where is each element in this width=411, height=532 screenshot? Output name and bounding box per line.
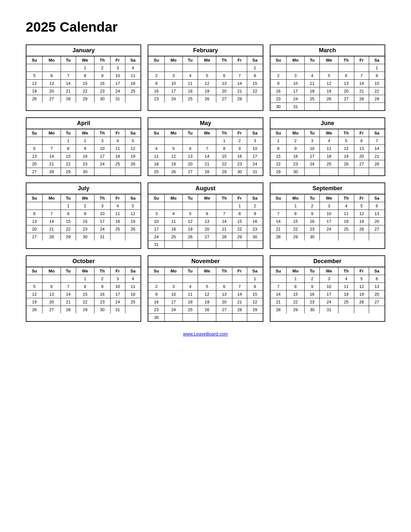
calendar-day: 24	[94, 225, 110, 233]
day-header-tu: Tu	[61, 267, 76, 275]
table-row: 24252627282930	[148, 233, 262, 241]
calendar-day: 28	[270, 233, 287, 241]
day-header-sa: Sa	[247, 194, 262, 202]
calendar-day: 5	[26, 72, 43, 80]
month-table-january: SuMoTuWeThFrSa12345678910111213141516171…	[26, 56, 141, 103]
table-row: 12131415161718	[26, 80, 141, 87]
calendar-day: 17	[148, 225, 164, 233]
calendar-day	[320, 103, 338, 111]
calendar-day	[247, 95, 262, 103]
calendar-day: 2	[76, 137, 94, 145]
calendar-day: 25	[110, 160, 125, 168]
calendar-day	[198, 137, 216, 145]
day-header-mo: Mo	[43, 267, 61, 275]
day-header-we: We	[76, 129, 94, 137]
day-header-fr: Fr	[110, 129, 125, 137]
calendar-day: 30	[270, 103, 287, 111]
calendar-day: 19	[26, 298, 43, 306]
table-row: 16171819202122	[148, 298, 262, 306]
table-row: 27282930	[26, 168, 141, 176]
calendar-day: 7	[369, 137, 385, 145]
calendar-day	[26, 202, 43, 210]
calendar-day	[232, 64, 247, 72]
calendar-day: 7	[43, 210, 61, 218]
day-header-tu: Tu	[61, 194, 76, 202]
calendar-day	[43, 275, 61, 283]
calendar-day	[110, 233, 125, 241]
calendar-day	[305, 64, 320, 72]
day-header-th: Th	[338, 267, 354, 275]
calendar-day: 13	[338, 80, 354, 87]
month-january: JanuarySuMoTuWeThFrSa1234567891011121314…	[26, 44, 141, 111]
calendar-day	[369, 168, 385, 176]
day-header-we: We	[198, 194, 216, 202]
day-header-sa: Sa	[369, 56, 385, 64]
table-row: 891011121314	[270, 145, 385, 153]
calendar-day: 29	[76, 95, 94, 103]
calendar-day: 26	[182, 233, 198, 241]
calendar-day	[216, 64, 232, 72]
footer-link[interactable]: www.LeaveBoard.com	[26, 331, 385, 337]
calendar-day: 22	[61, 225, 76, 233]
calendar-day	[320, 168, 338, 176]
calendar-day: 19	[354, 291, 369, 298]
calendar-day: 17	[164, 298, 182, 306]
day-header-tu: Tu	[182, 129, 198, 137]
day-header-mo: Mo	[164, 267, 182, 275]
table-row: 23242526272829	[270, 95, 385, 103]
calendar-day: 18	[182, 298, 198, 306]
calendar-day: 4	[338, 275, 354, 283]
month-table-november: SuMoTuWeThFrSa12345678910111213141516171…	[148, 267, 262, 321]
calendar-day: 23	[148, 306, 164, 314]
calendar-day: 6	[338, 72, 354, 80]
calendar-day: 18	[182, 87, 198, 95]
day-header-su: Su	[26, 194, 43, 202]
calendar-day: 30	[305, 306, 320, 314]
calendar-day: 19	[198, 87, 216, 95]
calendar-day: 27	[26, 168, 43, 176]
day-header-sa: Sa	[247, 267, 262, 275]
calendar-day: 5	[338, 137, 354, 145]
calendar-day: 10	[110, 283, 125, 291]
month-table-april: SuMoTuWeThFrSa12345678910111213141516171…	[26, 129, 141, 175]
calendar-day: 23	[76, 225, 94, 233]
calendar-day: 14	[61, 291, 76, 298]
day-header-fr: Fr	[110, 267, 125, 275]
day-header-th: Th	[338, 56, 354, 64]
calendar-day: 27	[198, 233, 216, 241]
calendar-day: 7	[61, 72, 76, 80]
calendar-day: 21	[232, 87, 247, 95]
calendar-day: 6	[369, 275, 385, 283]
calendar-day: 2	[94, 275, 110, 283]
calendar-day: 2	[94, 64, 110, 72]
calendar-day: 27	[43, 306, 61, 314]
day-header-tu: Tu	[305, 267, 320, 275]
calendar-day: 1	[76, 275, 94, 283]
table-row: 567891011	[26, 72, 141, 80]
calendar-day: 22	[247, 87, 262, 95]
calendar-day: 28	[198, 168, 216, 176]
calendar-day: 16	[247, 218, 262, 225]
calendar-day: 17	[305, 153, 320, 160]
calendar-day: 3	[305, 137, 320, 145]
table-row: 31	[148, 241, 262, 249]
calendar-day: 27	[216, 306, 232, 314]
day-header-su: Su	[270, 56, 287, 64]
calendar-day: 24	[94, 160, 110, 168]
calendar-day: 22	[76, 298, 94, 306]
calendar-day: 5	[198, 72, 216, 80]
calendar-day: 11	[164, 218, 182, 225]
calendar-day: 23	[305, 225, 320, 233]
calendar-day	[338, 306, 354, 314]
table-row: 1234	[26, 275, 141, 283]
day-header-fr: Fr	[354, 129, 369, 137]
table-row: 123456	[270, 275, 385, 283]
calendar-day: 8	[76, 72, 94, 80]
calendar-day	[148, 275, 164, 283]
calendar-day: 11	[338, 210, 354, 218]
calendar-day: 20	[43, 87, 61, 95]
calendar-day: 5	[125, 137, 141, 145]
table-row: 2930	[270, 168, 385, 176]
calendar-day: 26	[26, 95, 43, 103]
calendar-day: 12	[26, 291, 43, 298]
